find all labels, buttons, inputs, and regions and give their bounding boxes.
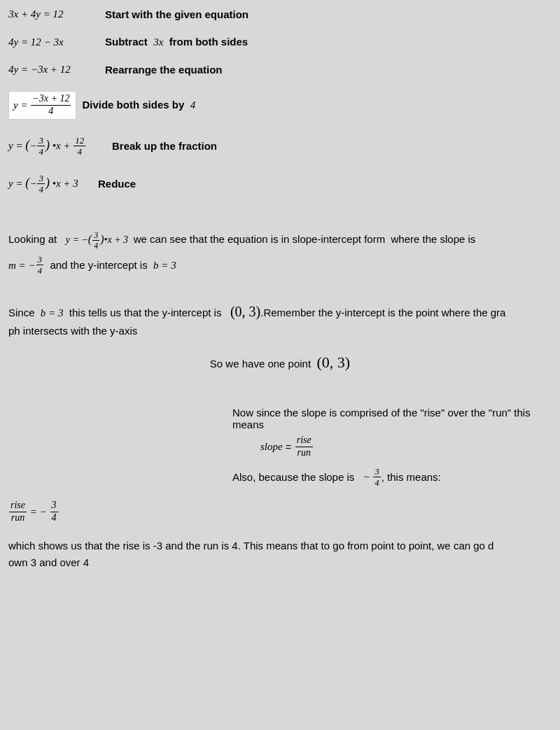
slope-rise-run-section: Now since the slope is comprised of the … [232,407,552,489]
conclusion-paragraph: which shows us that the rise is -3 and t… [8,538,552,571]
step4-math: y = −3x + 12 4 [8,91,76,120]
rise-run-equation: rise run = − 3 4 [8,500,552,524]
step2-desc: Subtract 3x from both sides [105,36,248,48]
step5-row: y = (−34) •x + 124 Break up the fraction [8,134,552,159]
step6-desc: Reduce [98,178,136,190]
step4-desc: Divide both sides by 4 [82,99,195,111]
step4-row: y = −3x + 12 4 Divide both sides by 4 [8,90,552,121]
step2-math: 4y = 12 − 3x [8,36,99,48]
step3-desc: Rearrange the equation [105,64,223,76]
step3-math: 4y = −3x + 12 [8,64,99,76]
paragraph-slope-intercept: Looking at y = −(34)•x + 3 we can see th… [8,230,552,276]
step1-desc: Start with the given equation [105,8,248,20]
step6-math: y = (−34) •x + 3 [8,173,92,195]
one-point-statement: So we have one point (0, 3) [8,353,552,372]
step1-row: 3x + 4y = 12 Start with the given equati… [8,7,552,22]
step2-row: 4y = 12 − 3x Subtract 3x from both sides [8,34,552,50]
step6-row: y = (−34) •x + 3 Reduce [8,171,552,197]
step1-math: 3x + 4y = 12 [8,8,99,20]
paragraph-yintercept: Since b = 3 this tells us that the y-int… [8,300,552,339]
step3-row: 4y = −3x + 12 Rearrange the equation [8,62,552,77]
step5-math: y = (−34) •x + 124 [8,135,106,157]
step5-desc: Break up the fraction [112,140,217,152]
